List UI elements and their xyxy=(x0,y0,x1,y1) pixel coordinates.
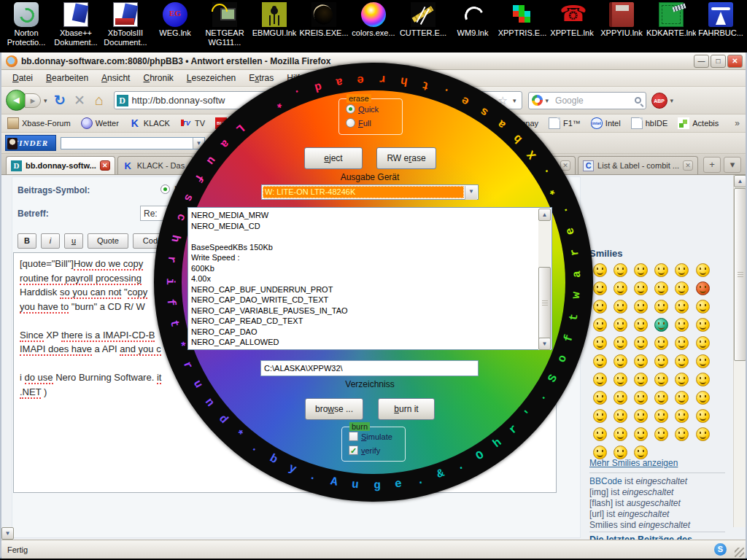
history-dropdown-icon[interactable]: ▾ xyxy=(41,97,50,104)
desktop-icon[interactable]: KREIS.EXE... xyxy=(299,1,349,38)
smiley-icon[interactable] xyxy=(696,391,710,405)
smiley-icon[interactable] xyxy=(634,300,648,314)
smiley-icon[interactable] xyxy=(696,281,710,295)
smiley-icon[interactable] xyxy=(634,318,648,332)
search-icon[interactable] xyxy=(635,97,641,104)
scroll-down-icon[interactable]: ▼ xyxy=(1,527,14,540)
smiley-icon[interactable] xyxy=(654,300,668,314)
smiley-icon[interactable] xyxy=(696,318,710,332)
format-button-quote[interactable]: Quote xyxy=(88,233,128,249)
smiley-icon[interactable] xyxy=(654,427,668,441)
browse-button[interactable]: browse ... xyxy=(305,398,363,420)
simulate-checkbox[interactable]: Simulate xyxy=(349,432,392,441)
desktop-icon[interactable]: FAHRBUC... xyxy=(696,1,746,38)
smiley-icon[interactable] xyxy=(675,318,689,332)
quick-radio[interactable]: Quick xyxy=(346,104,379,114)
smiley-icon[interactable] xyxy=(654,336,668,350)
skype-status-icon[interactable]: S xyxy=(714,543,727,556)
desktop-icon[interactable]: XPPTEL.lnk xyxy=(547,1,597,38)
minimize-button[interactable]: — xyxy=(694,55,709,68)
smiley-icon[interactable] xyxy=(654,409,668,423)
page-scrollbar[interactable]: ▲ xyxy=(733,175,746,527)
desktop-icon[interactable]: XbToolsIIIDocument... xyxy=(101,1,150,47)
smiley-icon[interactable] xyxy=(696,336,710,350)
smiley-icon[interactable] xyxy=(696,427,710,441)
verify-checkbox[interactable]: ✓ verify xyxy=(349,446,380,455)
smiley-icon[interactable] xyxy=(634,409,648,423)
smiley-icon[interactable] xyxy=(675,263,689,277)
format-button-u[interactable]: u xyxy=(64,233,83,249)
stop-icon[interactable]: ✕ xyxy=(70,92,90,109)
smiley-icon[interactable] xyxy=(593,318,607,332)
scroll-up-icon[interactable]: ▲ xyxy=(734,175,746,187)
reload-icon[interactable]: ↻ xyxy=(50,92,70,109)
smiley-icon[interactable] xyxy=(675,300,689,314)
smiley-icon[interactable] xyxy=(634,373,648,386)
close-icon[interactable]: ✕ xyxy=(683,160,693,171)
smiley-icon[interactable] xyxy=(675,409,689,423)
output-device-combobox[interactable]: W: LITE-ON LTR-48246K ▼ xyxy=(261,184,479,200)
smiley-icon[interactable] xyxy=(614,336,627,350)
smiley-icon[interactable] xyxy=(634,281,648,295)
menu-item[interactable]: Ansicht xyxy=(95,71,136,85)
scroll-down-icon[interactable]: ▼ xyxy=(538,338,551,350)
smiley-icon[interactable] xyxy=(614,354,627,368)
maximize-button[interactable]: □ xyxy=(711,55,726,68)
adblock-dropdown-icon[interactable]: ▾ xyxy=(667,97,677,104)
chevron-down-icon[interactable]: ▼ xyxy=(465,186,477,200)
bookmark-item[interactable]: Actebis xyxy=(678,117,719,129)
smiley-icon[interactable] xyxy=(593,336,607,350)
listbox-scrollbar[interactable]: ▲ ▼ xyxy=(538,209,551,350)
smiley-icon[interactable] xyxy=(614,263,627,277)
smiley-icon[interactable] xyxy=(634,263,648,277)
smiley-icon[interactable] xyxy=(593,263,607,277)
smiley-icon[interactable] xyxy=(634,336,648,350)
desktop-icon[interactable]: XPPTRIS.E... xyxy=(498,1,547,38)
rw-erase-button[interactable]: RW erase xyxy=(376,147,436,169)
home-icon[interactable]: ⌂ xyxy=(90,92,109,109)
full-radio[interactable]: Full xyxy=(346,118,371,128)
smiley-icon[interactable] xyxy=(614,300,627,314)
burn-it-button[interactable]: burn it xyxy=(378,398,435,420)
desktop-icon[interactable]: NETGEARWG111... xyxy=(200,1,249,47)
smiley-icon[interactable] xyxy=(675,354,689,368)
smiley-icon[interactable] xyxy=(593,354,607,368)
smiley-icon[interactable] xyxy=(614,409,627,423)
close-button[interactable]: ✕ xyxy=(727,55,743,68)
smiley-icon[interactable] xyxy=(614,281,627,295)
resize-grip[interactable] xyxy=(735,548,744,557)
smiley-icon[interactable] xyxy=(675,373,689,386)
close-icon[interactable]: ✕ xyxy=(100,160,110,171)
list-all-tabs-icon[interactable]: ▾ xyxy=(724,157,741,173)
more-smilies-link[interactable]: Mehr Smilies anzeigen xyxy=(589,458,678,468)
bookmarks-overflow-icon[interactable]: » xyxy=(735,118,740,128)
smiley-icon[interactable] xyxy=(593,281,607,295)
smiley-icon[interactable] xyxy=(593,427,607,441)
desktop-icon[interactable]: EBMGUI.lnk xyxy=(249,1,299,38)
directory-path-input[interactable] xyxy=(260,360,479,376)
scrollbar-thumb[interactable] xyxy=(734,188,746,361)
eject-button[interactable]: eject xyxy=(304,147,363,169)
new-tab-button[interactable]: + xyxy=(703,157,721,173)
smiley-icon[interactable] xyxy=(654,373,668,386)
smiley-icon[interactable] xyxy=(696,373,710,386)
adblock-icon[interactable]: ABP xyxy=(651,93,667,109)
smiley-icon[interactable] xyxy=(696,300,710,314)
bookmark-item[interactable]: intelIntel xyxy=(591,117,621,129)
smiley-icon[interactable] xyxy=(614,427,627,441)
tab-0[interactable]: Dbb.donnay-softw...✕ xyxy=(6,156,115,174)
smiley-icon[interactable] xyxy=(654,318,668,332)
desktop-icon[interactable]: NortonProtectio... xyxy=(1,1,51,47)
smiley-icon[interactable] xyxy=(696,263,710,277)
desktop-icon[interactable]: WEG.lnk xyxy=(150,1,200,38)
smiley-icon[interactable] xyxy=(654,281,668,295)
smiley-icon[interactable] xyxy=(614,318,627,332)
back-button[interactable]: ◄ xyxy=(6,90,27,111)
menu-item[interactable]: Datei xyxy=(6,71,39,85)
desktop-icon[interactable]: colors.exe... xyxy=(349,1,398,38)
smiley-icon[interactable] xyxy=(654,391,668,405)
smiley-icon[interactable] xyxy=(614,391,627,405)
desktop-icon[interactable]: Xbase++Dokument... xyxy=(51,1,101,47)
bookmark-item[interactable]: hbIDE xyxy=(631,117,668,129)
desktop-icon[interactable]: XPPYIU.lnk xyxy=(597,1,646,38)
